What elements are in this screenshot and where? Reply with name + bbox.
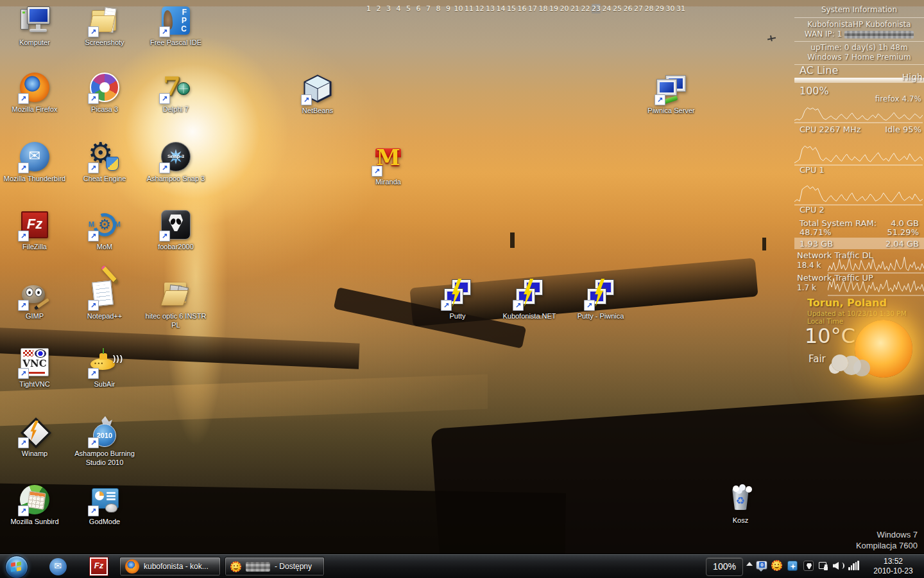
- desktop-icon-hitec-optic-6-instr-pl[interactable]: hitec optic 6 INSTR PL: [141, 279, 211, 330]
- calendar-day-19: 19: [549, 4, 558, 13]
- firefox-icon: [125, 559, 139, 574]
- clock-date: 2010-10-23: [866, 566, 920, 576]
- desktop-icon-label: Kubofonista.NET: [502, 311, 556, 320]
- desktop-icon-winamp[interactable]: ↗Winamp: [0, 416, 70, 458]
- desktop-icon-foobar2000[interactable]: ↗foobar2000: [141, 209, 211, 251]
- desktop-icon-tightvnc[interactable]: VNC↗TightVNC: [0, 347, 70, 389]
- taskbar-window-miranda[interactable]: - Dostępny: [225, 557, 325, 576]
- cloud-icon: [832, 355, 848, 371]
- shortcut-arrow-icon: ↗: [88, 300, 99, 311]
- taskbar-window-firefox[interactable]: kubofonista - kok...: [119, 557, 221, 576]
- desktop-icon-label: FileZilla: [22, 242, 47, 251]
- desktop-icon-picasa-3[interactable]: ↗Picasa 3: [69, 72, 140, 114]
- calendar-day-20: 20: [560, 4, 569, 13]
- filezilla-icon: Fz: [90, 557, 108, 575]
- desktop-icon-label: Ashampoo Burning Studio 2010: [70, 449, 139, 468]
- volume-tray-icon[interactable]: [832, 560, 844, 572]
- calendar-day-27: 27: [634, 4, 643, 13]
- cpu-speed: CPU 2267 MHz: [800, 125, 861, 134]
- calendar-day-12: 12: [475, 4, 484, 13]
- desktop-icon-cheat-engine[interactable]: ⚙↗Cheat Engine: [69, 141, 140, 183]
- desktop[interactable]: 1234567891011121314151617181920212223242…: [0, 0, 924, 578]
- desktop-icon-miranda[interactable]: M↗Miranda: [353, 144, 424, 186]
- desktop-icon-label: Komputer: [19, 38, 50, 47]
- piwnica-server-icon: ↗: [656, 73, 687, 104]
- desktop-icon-screenshoty[interactable]: ↗Screenshoty: [69, 5, 140, 47]
- tray-meter[interactable]: 100%: [706, 557, 743, 576]
- desktop-icon-label: Putty: [449, 311, 465, 320]
- desktop-icon-label: Ashampoo Snap 3: [147, 174, 205, 183]
- miranda-sun-icon: [230, 561, 241, 572]
- desktop-icon-putty-piwnica[interactable]: ↗Putty - Piwnica: [565, 279, 636, 320]
- desktop-icon-kosz[interactable]: ♻Kosz: [705, 483, 776, 525]
- calendar-day-11: 11: [465, 4, 474, 13]
- battery-percent: 100%: [800, 85, 829, 97]
- desktop-icon-label: Miranda: [375, 177, 401, 186]
- desktop-icon-label: Mozilla Firefox: [12, 105, 58, 114]
- desktop-icon-label: Kosz: [733, 516, 748, 525]
- desktop-icon-free-pascal-ide[interactable]: FPC↗Free Pascal IDE: [141, 5, 211, 47]
- desktop-icon-subair[interactable]: )))↗SubAir: [69, 347, 140, 389]
- taskbar-clock[interactable]: 13:52 2010-10-23: [866, 557, 920, 576]
- shortcut-arrow-icon: ↗: [584, 300, 595, 311]
- power-tray-icon[interactable]: [817, 560, 829, 572]
- desktop-icon-mozilla-sunbird[interactable]: ↗Mozilla Sunbird: [0, 484, 70, 526]
- desktop-icon-label: SubAir: [94, 380, 115, 389]
- mozilla-thunderbird-icon: ✉↗: [19, 141, 50, 172]
- taskbar-pinned-filezilla[interactable]: Fz: [85, 556, 113, 577]
- weather-location: Torun, Poland: [807, 297, 887, 309]
- taskbar-window-title: kubofonista - kok...: [144, 562, 209, 571]
- message-count-tray-icon[interactable]: 0: [756, 560, 767, 572]
- desktop-icon-piwnica-server[interactable]: ↗Piwnica Server: [636, 73, 706, 115]
- desktop-icon-komputer[interactable]: Komputer: [0, 5, 70, 47]
- desktop-icon-putty[interactable]: ↗Putty: [422, 279, 493, 320]
- delphi-7-icon: 7↗: [160, 72, 191, 103]
- desktop-icon-label: Winamp: [22, 449, 47, 458]
- sun-icon: [855, 320, 912, 378]
- notepad-plus-plus-icon: ↗: [89, 279, 120, 310]
- desktop-icon-filezilla[interactable]: Fz↗FileZilla: [0, 209, 70, 251]
- miranda-tray-icon[interactable]: [771, 560, 783, 572]
- desktop-icon-label: Mozilla Sunbird: [10, 517, 58, 526]
- desktop-icon-delphi-7[interactable]: 7↗Delphi 7: [141, 72, 211, 114]
- mozilla-sunbird-icon: ↗: [19, 484, 50, 515]
- desktop-icon-netbeans[interactable]: ↗NetBeans: [282, 73, 353, 115]
- cheat-engine-icon: ⚙↗: [89, 141, 120, 172]
- snap-tray-icon[interactable]: [787, 560, 798, 572]
- cpu2-label: CPU 2: [800, 205, 825, 215]
- hitec-optic-6-instr-pl-icon: [160, 279, 191, 310]
- screenshoty-icon: ↗: [89, 5, 120, 36]
- desktop-icon-kubofonista-net[interactable]: ↗Kubofonista.NET: [494, 279, 565, 320]
- desktop-icon-godmode[interactable]: ↗GodMode: [69, 484, 140, 526]
- desktop-icon-label: Picasa 3: [91, 105, 118, 114]
- foobar2000-tray-icon[interactable]: [803, 560, 814, 572]
- start-button[interactable]: [5, 556, 28, 578]
- desktop-icon-mom[interactable]: ⚙MM↗MoM: [69, 209, 140, 251]
- ram-label: Total System RAM:: [800, 218, 877, 228]
- desktop-icon-notepad-plus-plus[interactable]: ↗Notepad++: [69, 279, 140, 320]
- desktop-icon-ashampoo-burning-studio-2010[interactable]: 2010↗Ashampoo Burning Studio 2010: [69, 416, 140, 468]
- desktop-icon-mozilla-firefox[interactable]: ↗Mozilla Firefox: [0, 72, 70, 114]
- shortcut-arrow-icon: ↗: [88, 368, 99, 379]
- foobar2000-icon: ↗: [160, 209, 191, 240]
- picasa-3-icon: ↗: [89, 72, 120, 103]
- shortcut-arrow-icon: ↗: [18, 300, 29, 311]
- calendar-day-30: 30: [666, 4, 675, 13]
- cpu1-label: CPU 1: [800, 165, 825, 175]
- tightvnc-icon: VNC↗: [19, 347, 50, 378]
- winamp-icon: ↗: [19, 416, 50, 447]
- system-info-widget: System Information KubofonistaHP Kubofon…: [794, 3, 924, 388]
- desktop-icon-mozilla-thunderbird[interactable]: ✉↗Mozilla Thunderbird: [0, 141, 70, 183]
- shortcut-arrow-icon: ↗: [18, 437, 29, 448]
- airplane-icon: [767, 35, 777, 43]
- desktop-icon-ashampoo-snap-3[interactable]: Snap 3↗Ashampoo Snap 3: [141, 141, 211, 183]
- shortcut-arrow-icon: ↗: [18, 231, 29, 241]
- alien-face-icon: [807, 563, 812, 569]
- network-tray-icon[interactable]: [848, 560, 860, 572]
- calendar-day-25: 25: [613, 4, 622, 13]
- weather-updated: Updated at 10/23/10 1:30 PM Local Time: [807, 310, 924, 325]
- show-hidden-icons-button[interactable]: [746, 562, 753, 566]
- taskbar-pinned-thunderbird[interactable]: ✉: [44, 556, 72, 577]
- desktop-icon-gimp[interactable]: ↗GIMP: [0, 279, 70, 320]
- calendar-day-4: 4: [395, 4, 403, 13]
